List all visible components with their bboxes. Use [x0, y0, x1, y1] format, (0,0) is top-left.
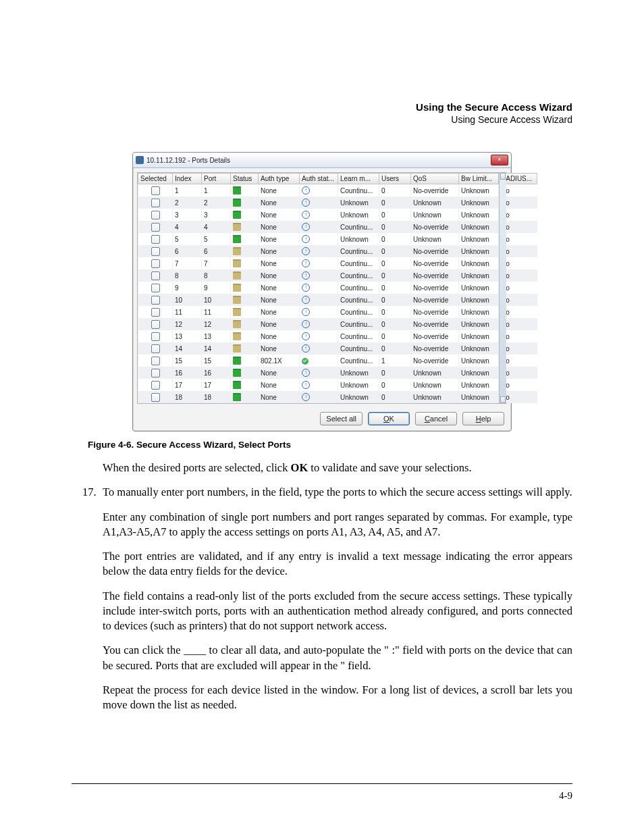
- para-17e: You can click the ____ to clear all data…: [103, 643, 572, 673]
- col-learn[interactable]: Learn m...: [338, 174, 379, 184]
- cell-auth-type: None: [259, 367, 300, 379]
- cell-auth-stat: ↑: [300, 245, 338, 257]
- window-close-button[interactable]: ×: [491, 155, 508, 165]
- row-checkbox[interactable]: [151, 199, 160, 207]
- cell-qos: No-override: [411, 342, 459, 355]
- row-checkbox[interactable]: [151, 235, 160, 244]
- col-port[interactable]: Port: [202, 174, 231, 184]
- table-row[interactable]: 88None↑Countinu...0No-overrideUnknownNo: [138, 269, 537, 282]
- cell-qos: No-override: [411, 318, 459, 330]
- table-row[interactable]: 1212None↑Countinu...0No-overrideUnknownN…: [138, 318, 537, 330]
- cell-users: 0: [379, 269, 411, 282]
- cell-auth-type: None: [259, 330, 300, 342]
- row-checkbox[interactable]: [151, 332, 160, 341]
- cell-qos: No-override: [411, 282, 459, 294]
- table-row[interactable]: 22None↑Unknown0UnknownUnknownNo: [138, 197, 537, 209]
- cell-selected: [138, 221, 173, 233]
- col-selected[interactable]: Selected: [138, 174, 173, 184]
- cell-bw-limit: Unknown: [459, 367, 499, 379]
- cell-auth-stat: ↑: [300, 197, 338, 209]
- row-checkbox[interactable]: [151, 308, 160, 317]
- table-row[interactable]: 66None↑Countinu...0No-overrideUnknownNo: [138, 245, 537, 257]
- row-checkbox[interactable]: [151, 186, 160, 195]
- col-users[interactable]: Users: [379, 174, 411, 184]
- cell-learn-mode: Countinu...: [338, 221, 379, 233]
- cell-selected: [138, 233, 173, 245]
- header-subtitle: Using Secure Access Wizard: [72, 114, 572, 125]
- cell-learn-mode: Countinu...: [338, 294, 379, 306]
- cell-index: 4: [173, 221, 202, 233]
- row-checkbox[interactable]: [151, 369, 160, 377]
- cell-users: 0: [379, 209, 411, 221]
- cancel-button[interactable]: Cancel: [415, 412, 457, 425]
- row-checkbox[interactable]: [151, 284, 160, 292]
- row-checkbox[interactable]: [151, 381, 160, 390]
- port-status-idle-icon: [233, 247, 241, 255]
- table-row[interactable]: 11None↑Countinu...0No-overrideUnknownNo: [138, 184, 537, 197]
- port-status-up-icon: [233, 381, 241, 389]
- col-auth-type[interactable]: Auth type: [259, 174, 300, 184]
- cell-auth-stat: ↑: [300, 221, 338, 233]
- help-button[interactable]: Help: [462, 412, 504, 425]
- row-checkbox[interactable]: [151, 211, 160, 219]
- port-status-idle-icon: [233, 344, 241, 353]
- cell-selected: [138, 306, 173, 318]
- cell-port: 18: [202, 391, 231, 403]
- cell-learn-mode: Countinu...: [338, 342, 379, 355]
- cell-users: 0: [379, 306, 411, 318]
- ports-table: Selected Index Port Status Auth type Aut…: [138, 173, 537, 403]
- cell-port: 15: [202, 355, 231, 367]
- row-checkbox[interactable]: [151, 223, 160, 232]
- row-checkbox[interactable]: [151, 320, 160, 329]
- cell-index: 12: [173, 318, 202, 330]
- para-17d: The field contains a read-only list of t…: [103, 589, 572, 634]
- cell-learn-mode: Unknown: [338, 391, 379, 403]
- table-row[interactable]: 44None↑Countinu...0No-overrideUnknownNo: [138, 221, 537, 233]
- col-bw[interactable]: Bw Limit...: [459, 174, 499, 184]
- port-status-idle-icon: [233, 223, 241, 231]
- row-checkbox[interactable]: [151, 357, 160, 365]
- col-status[interactable]: Status: [231, 174, 259, 184]
- row-checkbox[interactable]: [151, 259, 160, 268]
- table-row[interactable]: 1313None↑Countinu...0No-overrideUnknownN…: [138, 330, 537, 342]
- row-checkbox[interactable]: [151, 393, 160, 402]
- cell-learn-mode: Unknown: [338, 233, 379, 245]
- cell-qos: No-override: [411, 221, 459, 233]
- cell-status: [231, 294, 259, 306]
- table-row[interactable]: 99None↑Countinu...0No-overrideUnknownNo: [138, 282, 537, 294]
- table-row[interactable]: 33None↑Unknown0UnknownUnknownNo: [138, 209, 537, 221]
- port-status-up-icon: [233, 235, 241, 243]
- row-checkbox[interactable]: [151, 344, 160, 353]
- table-row[interactable]: 1818None↑Unknown0UnknownUnknownNo: [138, 391, 537, 403]
- table-row[interactable]: 77None↑Countinu...0No-overrideUnknownNo: [138, 257, 537, 269]
- para-17a: To manually enter port numbers, in the f…: [103, 485, 572, 500]
- ok-button[interactable]: OK: [368, 412, 410, 425]
- col-auth-stat[interactable]: Auth stat...: [300, 174, 338, 184]
- vertical-scrollbar[interactable]: [499, 173, 506, 403]
- cell-selected: [138, 367, 173, 379]
- row-checkbox[interactable]: [151, 271, 160, 280]
- list-number-17: 17.: [82, 485, 103, 722]
- table-row[interactable]: 55None↑Unknown0UnknownUnknownNo: [138, 233, 537, 245]
- table-row[interactable]: 1111None↑Countinu...0No-overrideUnknownN…: [138, 306, 537, 318]
- cell-bw-limit: Unknown: [459, 209, 499, 221]
- cell-port: 1: [202, 184, 231, 197]
- table-row[interactable]: 1616None↑Unknown0UnknownUnknownNo: [138, 367, 537, 379]
- row-checkbox[interactable]: [151, 296, 160, 305]
- col-index[interactable]: Index: [173, 174, 202, 184]
- auth-status-up-icon: ↑: [302, 211, 310, 219]
- table-row[interactable]: 1717None↑Unknown0UnknownUnknownNo: [138, 379, 537, 391]
- select-all-button[interactable]: Select all: [320, 412, 363, 425]
- cell-qos: No-override: [411, 184, 459, 197]
- table-row[interactable]: 1414None↑Countinu...0No-overrideUnknownN…: [138, 342, 537, 355]
- auth-status-up-icon: ↑: [302, 332, 310, 340]
- auth-status-up-icon: ↑: [302, 223, 310, 231]
- cell-index: 8: [173, 269, 202, 282]
- table-row[interactable]: 1515802.1XCountinu...1No-overrideUnknown…: [138, 355, 537, 367]
- row-checkbox[interactable]: [151, 247, 160, 256]
- col-qos[interactable]: QoS: [411, 174, 459, 184]
- cell-selected: [138, 209, 173, 221]
- table-row[interactable]: 1010None↑Countinu...0No-overrideUnknownN…: [138, 294, 537, 306]
- ok-label-rest: K: [390, 415, 394, 423]
- ok-label-u: O: [383, 415, 390, 423]
